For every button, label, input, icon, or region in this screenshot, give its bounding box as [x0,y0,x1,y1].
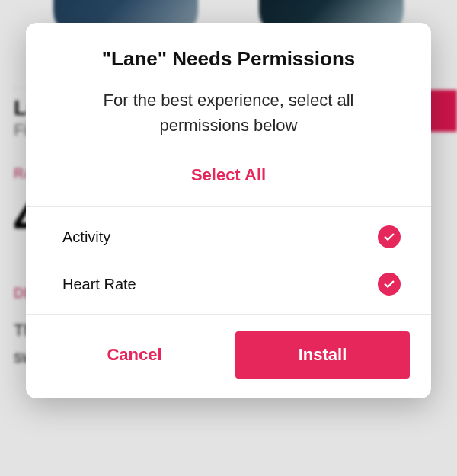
permission-checkbox[interactable] [378,273,401,296]
modal-subtitle: For the best experience, select all perm… [56,88,401,138]
permission-row: Heart Rate [26,260,431,308]
permissions-modal: "Lane" Needs Permissions For the best ex… [26,23,431,398]
install-button[interactable]: Install [235,331,410,379]
permission-row: Activity [26,213,431,260]
modal-actions: Cancel Install [26,315,431,398]
permission-label: Heart Rate [62,276,136,293]
check-icon [382,230,396,244]
modal-title: "Lane" Needs Permissions [56,47,401,71]
permission-checkbox[interactable] [378,225,401,248]
permission-label: Activity [62,228,110,246]
select-all-button[interactable]: Select All [26,161,431,206]
cancel-button[interactable]: Cancel [47,331,222,379]
check-icon [382,277,396,291]
permissions-list: Activity Heart Rate [26,206,431,315]
